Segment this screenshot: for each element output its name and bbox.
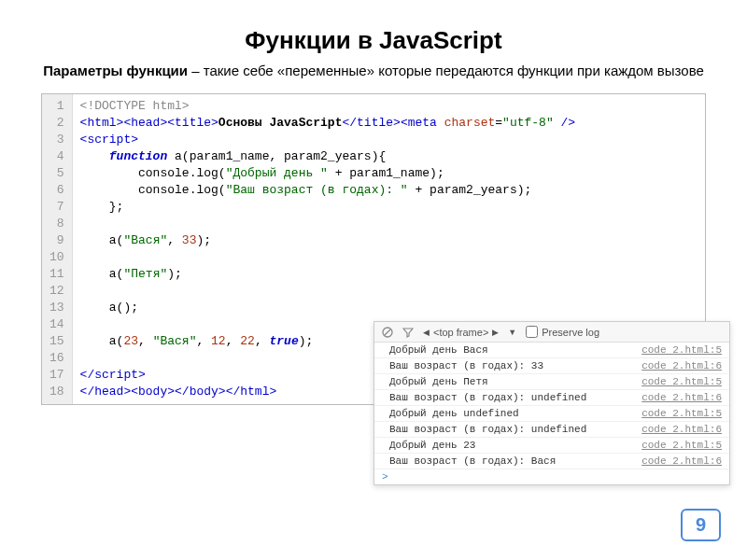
line-number: 18 (49, 384, 64, 400)
subtitle-lead: Параметры функции (43, 63, 188, 78)
console-msg: Ваш возраст (в годах): Вася (389, 455, 641, 467)
code-token: function (80, 149, 168, 163)
console-toolbar: ◀ <top frame> ▶ ▼ Preserve log (374, 322, 729, 343)
line-number: 13 (49, 300, 64, 316)
page-number: 9 (681, 509, 721, 541)
console-src[interactable]: code 2.html:5 (641, 408, 722, 419)
slide-title: Функции в JavaScript (28, 26, 719, 55)
code-token: a( (80, 334, 124, 348)
line-number: 1 (49, 98, 64, 115)
blank-line (80, 216, 698, 232)
code-token: "Петя" (123, 267, 167, 281)
code-token: a(); (80, 301, 138, 315)
console-msg: Ваш возраст (в годах): 33 (389, 360, 641, 371)
frame-selector[interactable]: ◀ <top frame> ▶ (423, 327, 499, 338)
console-src[interactable]: code 2.html:5 (641, 344, 722, 356)
code-token: 23 (123, 334, 138, 348)
code-token: ); (196, 233, 211, 247)
line-number: 16 (49, 350, 64, 367)
code-token: </script> (80, 368, 146, 382)
console-msg: Добрый день undefined (389, 408, 641, 419)
code-token: "Ваш возраст (в годах): " (226, 183, 408, 197)
code-token: </head><body></body></html> (80, 385, 277, 399)
code-token: , (196, 334, 211, 348)
console-src[interactable]: code 2.html:6 (641, 424, 722, 435)
code-token: 33 (182, 233, 197, 247)
console-src[interactable]: code 2.html:6 (641, 392, 722, 403)
line-gutter: 1 2 3 4 5 6 7 8 9 10 11 12 13 14 15 16 1… (42, 94, 73, 404)
console-row: Добрый день Васяcode 2.html:5 (374, 343, 729, 358)
console-msg: Ваш возраст (в годах): undefined (389, 424, 641, 435)
code-token: a( (80, 233, 124, 247)
code-token: </title><meta (342, 116, 444, 130)
code-token: /> (554, 116, 575, 130)
console-src[interactable]: code 2.html:5 (641, 440, 722, 451)
console-src[interactable]: code 2.html:5 (641, 376, 722, 387)
console-msg: Добрый день Вася (389, 344, 641, 356)
console-prompt[interactable]: > (374, 469, 729, 484)
console-row: Ваш возраст (в годах): undefinedcode 2.h… (374, 422, 729, 438)
code-token: "Добрый день " (226, 166, 328, 180)
line-number: 10 (49, 249, 64, 266)
code-token: , (255, 334, 270, 348)
console-row: Добрый день Петяcode 2.html:5 (374, 374, 729, 390)
code-token: + param1_name); (328, 166, 444, 180)
svg-line-1 (385, 329, 390, 335)
line-number: 8 (49, 216, 64, 232)
code-token: charset (444, 116, 496, 130)
console-msg: Ваш возраст (в годах): undefined (389, 392, 641, 403)
console-src[interactable]: code 2.html:6 (641, 360, 722, 371)
line-number: 4 (49, 148, 64, 165)
dropdown-icon[interactable]: ▼ (508, 328, 516, 337)
code-token: a( (80, 267, 124, 281)
code-token: "utf-8" (502, 116, 554, 130)
line-number: 7 (49, 199, 64, 216)
devtools-console: ◀ <top frame> ▶ ▼ Preserve log Добрый де… (374, 321, 730, 485)
code-token: , (226, 334, 241, 348)
code-token: ); (299, 334, 314, 348)
code-token: ); (167, 267, 182, 281)
console-row: Добрый день 23code 2.html:5 (374, 438, 729, 454)
console-msg: Добрый день 23 (389, 440, 641, 451)
code-token: <html><head><title> (80, 116, 218, 130)
code-token: a(param1_name, param2_years){ (167, 149, 386, 163)
line-number: 17 (49, 367, 64, 384)
blank-line (80, 249, 698, 266)
code-token: Основы JavaScript (218, 116, 343, 130)
line-number: 6 (49, 182, 64, 199)
slide: Функции в JavaScript Параметры функции –… (0, 0, 747, 560)
console-row: Ваш возраст (в годах): 33code 2.html:6 (374, 358, 729, 374)
slide-subtitle: Параметры функции – такие себе «переменн… (28, 61, 719, 80)
frame-label: <top frame> (433, 327, 488, 338)
line-number: 15 (49, 333, 64, 350)
console-src[interactable]: code 2.html:6 (641, 455, 722, 467)
code-token: 12 (211, 334, 226, 348)
preserve-log-label: Preserve log (542, 327, 599, 338)
console-row: Ваш возраст (в годах): Васяcode 2.html:6 (374, 454, 729, 469)
code-token: "Вася" (123, 233, 167, 247)
blank-line (80, 283, 698, 300)
preserve-log-input[interactable] (526, 326, 538, 338)
line-number: 9 (49, 232, 64, 249)
line-number: 2 (49, 115, 64, 132)
console-row: Добрый день undefinedcode 2.html:5 (374, 406, 729, 422)
line-number: 5 (49, 165, 64, 182)
code-token: console.log( (80, 166, 226, 180)
code-token: true (270, 334, 299, 348)
line-number: 14 (49, 316, 64, 333)
clear-console-icon[interactable] (382, 327, 393, 338)
code-token: 22 (240, 334, 255, 348)
code-token: = (495, 116, 502, 130)
preserve-log-checkbox[interactable]: Preserve log (526, 326, 599, 338)
line-number: 3 (49, 132, 64, 148)
code-token: + param2_years); (408, 183, 532, 197)
code-token: <!DOCTYPE html> (80, 99, 190, 113)
code-token: , (138, 334, 153, 348)
code-token: console.log( (80, 183, 226, 197)
code-token: <script> (80, 133, 138, 147)
filter-icon[interactable] (402, 327, 414, 338)
console-row: Ваш возраст (в годах): undefinedcode 2.h… (374, 390, 729, 406)
console-rows: Добрый день Васяcode 2.html:5 Ваш возрас… (374, 343, 729, 469)
console-msg: Добрый день Петя (389, 376, 641, 387)
code-token: }; (80, 200, 124, 214)
